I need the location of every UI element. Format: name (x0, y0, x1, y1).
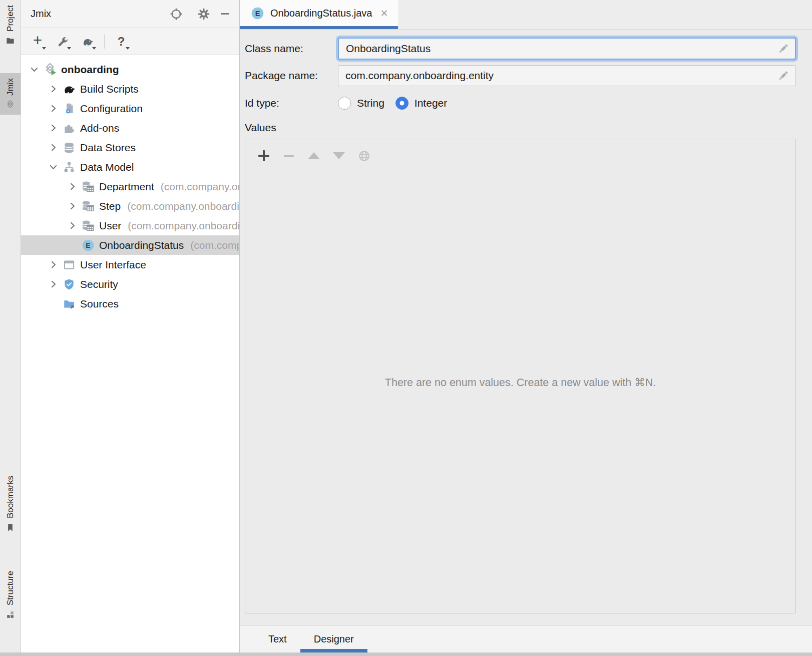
tool-window-header: Jmix (21, 0, 239, 28)
tool-window-toolbar: + ? (21, 28, 239, 55)
tree-item-label: Department (99, 181, 154, 193)
localize-button[interactable] (351, 147, 376, 165)
tree-row-onboarding[interactable]: onboarding (21, 60, 239, 79)
tree-item-icon (63, 102, 76, 115)
chevron-icon[interactable] (46, 82, 60, 96)
enum-icon (251, 7, 264, 20)
stripe-tab-jmix[interactable]: Jmix (0, 73, 21, 115)
tree-row-step[interactable]: Step (com.company.onboarding.entity) (21, 196, 239, 216)
chevron-icon[interactable] (46, 102, 60, 116)
editor-tab-onboardingstatus[interactable]: OnboardingStatus.java ✕ (240, 0, 398, 29)
tool-window-title: Jmix (31, 8, 163, 20)
package-name-input[interactable] (338, 65, 796, 86)
chevron-icon[interactable] (46, 141, 60, 155)
stripe-tab-structure-label: Structure (6, 571, 16, 605)
class-name-input[interactable] (338, 38, 796, 60)
tree-item-label: Add-ons (80, 122, 119, 134)
id-type-label: Id type: (245, 97, 338, 109)
class-name-label: Class name: (245, 43, 338, 55)
chevron-icon[interactable] (46, 258, 60, 272)
tree-item-label: Step (99, 200, 121, 212)
hide-icon[interactable] (217, 7, 232, 22)
tree-item-label: Security (80, 278, 118, 290)
enum-values-panel: There are no enum values. Create a new v… (245, 139, 796, 613)
move-down-button[interactable] (326, 147, 351, 165)
tree-item-label: onboarding (61, 64, 119, 76)
editor-tab-bar: OnboardingStatus.java ✕ (240, 0, 812, 30)
tree-row-data-model[interactable]: Data Model (21, 157, 239, 177)
tree-item-label: Build Scripts (80, 83, 139, 95)
gradle-elephant-icon[interactable] (79, 33, 96, 50)
chevron-icon[interactable] (65, 199, 79, 213)
package-name-label: Package name: (245, 70, 338, 82)
tree-item-icon (63, 278, 76, 291)
values-section-label: Values (245, 122, 812, 134)
tree-item-label: Sources (80, 298, 119, 310)
stripe-tab-structure[interactable]: Structure (0, 566, 21, 624)
tree-item-icon (63, 122, 76, 135)
dropdown-arrow-icon (126, 47, 130, 50)
chevron-icon[interactable] (46, 160, 60, 174)
window-bottom-edge (0, 652, 812, 656)
stripe-tab-jmix-label: Jmix (6, 78, 16, 96)
folder-icon (6, 36, 15, 46)
chevron-icon[interactable] (65, 180, 79, 194)
jmix-studio-window: Project Jmix Bookmarks Structure Jmix + (0, 0, 812, 656)
radio-label: Integer (415, 97, 447, 109)
remove-value-button[interactable] (276, 147, 301, 165)
chevron-icon[interactable] (46, 277, 60, 291)
tree-row-security[interactable]: Security (21, 274, 239, 294)
tree-item-icon (63, 297, 76, 310)
id-type-options: String Integer (338, 92, 796, 115)
tree-row-department[interactable]: Department (com.company.onboarding.entit… (21, 177, 239, 196)
chevron-icon (46, 297, 60, 311)
close-icon[interactable]: ✕ (380, 8, 388, 19)
radio-icon[interactable] (338, 97, 351, 110)
tree-row-user[interactable]: User (com.company.onboarding.entity) (21, 216, 239, 235)
tree-item-label: Data Model (80, 161, 134, 173)
tree-row-data-stores[interactable]: Data Stores (21, 138, 239, 157)
globe-icon (358, 150, 370, 162)
stripe-tab-project[interactable]: Project (0, 0, 21, 51)
radio-label: String (357, 97, 384, 109)
dropdown-arrow-icon (42, 47, 46, 50)
empty-values-message: There are no enum values. Create a new v… (245, 166, 795, 613)
project-tree: onboarding Build Scripts Configuration A… (21, 55, 239, 656)
toolbar-divider (104, 35, 105, 49)
tree-row-build-scripts[interactable]: Build Scripts (21, 79, 239, 99)
stripe-tab-project-label: Project (6, 5, 16, 32)
tree-item-icon (82, 239, 95, 252)
chevron-icon[interactable] (27, 63, 41, 77)
help-icon[interactable]: ? (113, 33, 130, 50)
tree-row-configuration[interactable]: Configuration (21, 99, 239, 118)
tree-item-label: OnboardingStatus (99, 239, 184, 251)
plus-icon (258, 150, 270, 162)
radio-icon[interactable] (395, 97, 409, 110)
tree-item-label: User (99, 220, 121, 232)
tree-item-icon (63, 161, 76, 174)
add-value-button[interactable] (251, 147, 276, 165)
tree-item-icon (82, 180, 95, 193)
bookmark-icon (6, 523, 15, 532)
editor-mode-tab-text[interactable]: Text (255, 626, 300, 652)
locate-icon[interactable] (169, 7, 184, 22)
tree-row-user-interface[interactable]: User Interface (21, 255, 239, 274)
stripe-tab-bookmarks-label: Bookmarks (6, 476, 16, 518)
move-up-button[interactable] (301, 147, 326, 165)
wrench-icon[interactable] (54, 33, 71, 50)
tree-item-icon (63, 83, 76, 96)
tree-row-onboardingstatus[interactable]: OnboardingStatus (com.company.onboarding… (21, 235, 239, 255)
tree-item-icon (82, 200, 95, 213)
tree-row-add-ons[interactable]: Add-ons (21, 118, 239, 138)
stripe-tab-bookmarks[interactable]: Bookmarks (0, 471, 21, 537)
tree-row-sources[interactable]: Sources (21, 294, 239, 313)
id-type-radio-integer[interactable]: Integer (395, 97, 447, 110)
tree-item-label: User Interface (80, 259, 146, 271)
add-icon[interactable]: + (29, 33, 46, 50)
id-type-radio-string[interactable]: String (338, 97, 384, 110)
chevron-icon[interactable] (65, 219, 79, 233)
tree-item-package-hint: (com.company.onboarding.entity) (128, 220, 239, 232)
editor-mode-tab-designer[interactable]: Designer (300, 626, 367, 652)
chevron-icon[interactable] (46, 121, 60, 135)
settings-gear-icon[interactable] (196, 7, 211, 22)
